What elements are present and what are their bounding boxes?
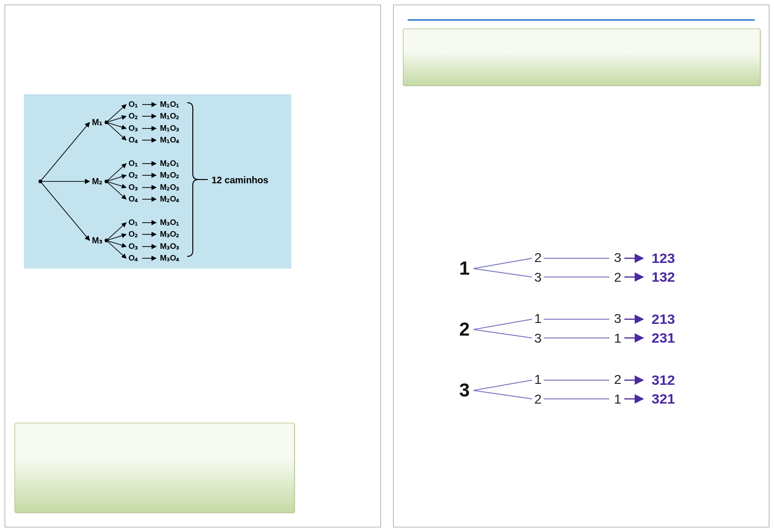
svg-line-0 — [40, 122, 90, 181]
green-callout-right — [403, 29, 760, 86]
svg-text:M₂O₁: M₂O₁ — [160, 159, 179, 168]
perm-group-1: 1 2 3 3 2 123 132 — [459, 250, 675, 285]
svg-text:321: 321 — [652, 391, 675, 406]
svg-text:1: 1 — [459, 258, 470, 278]
svg-text:M₁O₂: M₁O₂ — [160, 112, 179, 120]
svg-line-38 — [106, 223, 126, 240]
svg-text:M₃O₃: M₃O₃ — [160, 242, 179, 251]
svg-text:O₂: O₂ — [129, 230, 138, 239]
svg-text:3: 3 — [534, 270, 542, 285]
svg-text:O₃: O₃ — [129, 124, 138, 133]
summary-label: 12 caminhos — [212, 175, 268, 185]
svg-text:M₃O₁: M₃O₁ — [160, 218, 179, 227]
svg-text:3: 3 — [534, 331, 542, 345]
svg-text:O₄: O₄ — [129, 254, 138, 262]
svg-line-70 — [473, 330, 532, 338]
svg-text:123: 123 — [652, 250, 675, 266]
svg-text:2: 2 — [614, 270, 622, 285]
permutation-diagram: 1 2 3 3 2 123 132 — [450, 249, 750, 418]
green-callout-left — [15, 423, 295, 513]
svg-text:1: 1 — [614, 392, 622, 406]
svg-text:132: 132 — [652, 269, 675, 285]
svg-text:3: 3 — [614, 311, 622, 326]
m2-label: M₂ — [92, 177, 102, 186]
svg-text:1: 1 — [614, 331, 622, 345]
svg-text:2: 2 — [534, 250, 542, 265]
svg-text:1: 1 — [534, 372, 542, 387]
svg-text:M₁O₃: M₁O₃ — [160, 124, 179, 133]
svg-text:O₄: O₄ — [129, 135, 138, 144]
svg-text:O₁: O₁ — [129, 100, 138, 109]
svg-text:M₁O₁: M₁O₁ — [160, 100, 179, 109]
svg-text:M₃O₂: M₃O₂ — [160, 230, 179, 239]
perm-group-3: 3 1 2 2 1 312 321 — [459, 372, 675, 406]
svg-text:O₂: O₂ — [129, 171, 138, 180]
svg-text:M₁O₄: M₁O₄ — [160, 135, 179, 144]
svg-text:O₄: O₄ — [129, 195, 138, 203]
svg-text:2: 2 — [614, 372, 622, 387]
svg-text:1: 1 — [534, 311, 542, 326]
svg-line-2 — [40, 181, 90, 240]
svg-text:312: 312 — [652, 372, 675, 388]
svg-text:2: 2 — [459, 319, 470, 339]
svg-text:2: 2 — [534, 392, 542, 406]
svg-text:O₃: O₃ — [129, 183, 138, 192]
svg-line-25 — [106, 181, 126, 199]
svg-line-82 — [473, 380, 532, 390]
svg-text:M₂O₂: M₂O₂ — [160, 171, 179, 180]
svg-line-57 — [473, 269, 532, 277]
svg-text:O₃: O₃ — [129, 242, 138, 251]
perm-group-2: 2 1 3 3 1 213 231 — [459, 311, 675, 345]
svg-text:O₂: O₂ — [129, 112, 138, 120]
svg-line-41 — [106, 240, 126, 258]
tree-diagram: M₁ O₁ O₂ O₃ O₄ M₁O₁ M₁O₂ — [24, 94, 291, 269]
bracket-icon — [187, 103, 198, 256]
svg-line-83 — [473, 390, 532, 399]
svg-line-56 — [473, 258, 532, 269]
blue-hr — [408, 19, 755, 21]
svg-text:213: 213 — [652, 311, 675, 327]
svg-line-9 — [106, 122, 126, 140]
m3-label: M₃ — [92, 236, 102, 245]
svg-text:M₂O₄: M₂O₄ — [160, 195, 179, 203]
svg-text:O₁: O₁ — [129, 159, 138, 168]
svg-line-69 — [473, 319, 532, 330]
svg-text:M₂O₃: M₂O₃ — [160, 183, 179, 192]
svg-text:O₁: O₁ — [129, 218, 138, 227]
svg-text:3: 3 — [459, 380, 470, 400]
svg-text:3: 3 — [614, 250, 622, 265]
svg-line-6 — [106, 105, 126, 122]
svg-text:231: 231 — [652, 330, 675, 345]
svg-text:M₃O₄: M₃O₄ — [160, 254, 179, 262]
page-right: 1 2 3 3 2 123 132 — [393, 5, 769, 527]
page-left: M₁ O₁ O₂ O₃ O₄ M₁O₁ M₁O₂ — [5, 5, 381, 527]
svg-line-22 — [106, 164, 126, 181]
m1-label: M₁ — [92, 118, 102, 127]
